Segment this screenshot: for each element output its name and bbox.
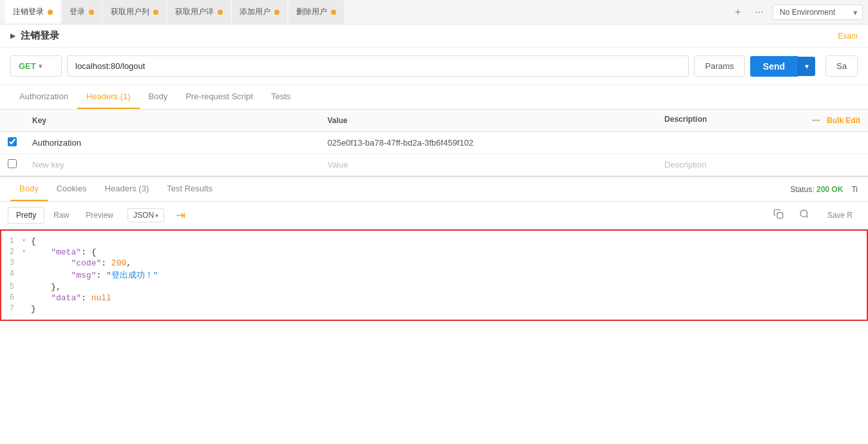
header-row-new-checkbox-cell	[0, 154, 24, 176]
tab-dot-2	[89, 10, 94, 15]
line-num-3: 3	[1, 258, 22, 267]
fold-arrow-7	[22, 304, 31, 311]
tab-prerequest[interactable]: Pre-request Script	[176, 85, 262, 109]
code-content-7: }	[31, 304, 867, 314]
tab-userlist-label: 获取用户列	[111, 6, 149, 17]
headers-table: Key Value Description ··· Bulk Edit	[0, 110, 868, 176]
code-content-2: "meta": {	[31, 247, 867, 257]
tab-logout-label: 注销登录	[13, 6, 44, 17]
fold-arrow-6	[22, 293, 31, 300]
header-row-1-checkbox[interactable]	[8, 137, 17, 146]
code-line-1: 1 ▾ {	[1, 236, 867, 247]
tab-logout[interactable]: 注销登录	[5, 0, 61, 24]
tab-bar: 注销登录 登录 获取用户列 获取用户详 添加用户 删除用户 + ···	[0, 0, 868, 24]
format-type-group: JSON ▾	[127, 208, 164, 222]
tab-userdetail[interactable]: 获取用户详	[167, 0, 231, 24]
header-row-1-value: 025e0f13-ba78-47ff-bd2a-3fb6f459f102	[319, 132, 656, 154]
tab-dot-3	[153, 10, 158, 15]
status-value: 200 OK	[816, 185, 843, 194]
fold-arrow-3	[22, 258, 31, 265]
tab-login[interactable]: 登录	[62, 0, 102, 24]
tab-headers[interactable]: Headers (1)	[77, 85, 140, 109]
fold-arrow-1[interactable]: ▾	[22, 236, 31, 244]
line-num-4: 4	[1, 269, 22, 278]
send-dropdown-button[interactable]: ▾	[798, 57, 815, 76]
method-label: GET	[19, 61, 36, 71]
header-row-1: Authorization 025e0f13-ba78-47ff-bd2a-3f…	[0, 132, 868, 154]
tab-deleteuser-label: 删除用户	[296, 6, 327, 17]
more-tabs-button[interactable]: ···	[750, 4, 769, 21]
code-content-3: "code": 200,	[31, 258, 867, 268]
example-link[interactable]: Exam	[838, 32, 858, 41]
header-row-new-value: Value	[319, 154, 656, 176]
header-row-1-checkbox-cell	[0, 132, 24, 154]
svg-point-1	[800, 210, 807, 217]
line-num-6: 6	[1, 293, 22, 302]
headers-more-icon[interactable]: ···	[812, 115, 820, 126]
send-button[interactable]: Send	[750, 56, 798, 77]
svg-line-2	[806, 216, 808, 218]
save-button[interactable]: Sa	[826, 55, 858, 77]
wrap-icon[interactable]: ⇥	[171, 206, 191, 225]
request-title-text: 注销登录	[21, 30, 59, 42]
format-bar: Pretty Raw Preview JSON ▾ ⇥ Save R	[0, 202, 868, 229]
code-content-4: "msg": "登出成功！"	[31, 269, 867, 281]
bulk-edit-link[interactable]: Bulk Edit	[827, 116, 860, 125]
request-title: 注销登录	[10, 30, 59, 42]
header-row-1-key: Authorization	[24, 132, 319, 154]
tab-dot	[48, 10, 53, 15]
header-row-new-checkbox[interactable]	[8, 159, 17, 168]
format-raw-button[interactable]: Raw	[46, 208, 77, 223]
url-bar: GET ▾ Params Send ▾ Sa	[0, 48, 868, 85]
copy-button[interactable]	[768, 206, 789, 224]
tab-adduser[interactable]: 添加用户	[232, 0, 287, 24]
method-chevron-icon: ▾	[39, 63, 42, 70]
format-preview-button[interactable]: Preview	[78, 208, 121, 223]
resp-tab-cookies[interactable]: Cookies	[48, 177, 96, 201]
response-body: 1 ▾ { 2 ▾ "meta": { 3 "code": 200, 4 "m	[0, 229, 868, 321]
code-line-6: 6 "data": null	[1, 293, 867, 304]
save-response-button[interactable]: Save R	[820, 208, 860, 223]
request-tabs: Authorization Headers (1) Body Pre-reque…	[0, 85, 868, 110]
code-content-5: },	[31, 282, 867, 292]
resp-tab-tests[interactable]: Test Results	[158, 177, 222, 201]
response-actions: Save R	[768, 206, 860, 224]
tab-adduser-label: 添加用户	[240, 6, 270, 17]
add-tab-button[interactable]: +	[730, 4, 746, 21]
env-select[interactable]: No Environment	[773, 5, 863, 20]
value-col-header: Value	[319, 110, 656, 132]
tab-userlist[interactable]: 获取用户列	[103, 0, 166, 24]
send-group: Send ▾	[750, 56, 815, 77]
code-content-1: {	[31, 236, 867, 246]
params-button[interactable]: Params	[694, 55, 745, 77]
resp-tab-body[interactable]: Body	[10, 177, 48, 201]
line-num-1: 1	[1, 236, 22, 246]
tab-deleteuser[interactable]: 删除用户	[288, 0, 344, 24]
fold-arrow-2[interactable]: ▾	[22, 247, 31, 255]
url-input[interactable]	[67, 55, 689, 77]
header-row-1-desc	[657, 132, 868, 154]
format-type-label: JSON	[133, 211, 154, 220]
tab-dot-5	[274, 10, 279, 15]
env-select-wrapper: No Environment	[773, 5, 863, 20]
tab-actions: + ··· No Environment	[730, 4, 863, 21]
tab-authorization[interactable]: Authorization	[10, 85, 77, 109]
line-num-7: 7	[1, 304, 22, 313]
format-pretty-button[interactable]: Pretty	[8, 207, 44, 224]
resp-tab-headers[interactable]: Headers (3)	[96, 177, 158, 201]
tab-dot-4	[218, 10, 223, 15]
key-col-header: Key	[24, 110, 319, 132]
tab-tests[interactable]: Tests	[262, 85, 299, 109]
line-num-2: 2	[1, 247, 22, 256]
search-button[interactable]	[794, 206, 815, 224]
code-line-4: 4 "msg": "登出成功！"	[1, 269, 867, 282]
request-title-bar: 注销登录 Exam	[0, 24, 868, 48]
response-tabs-bar: Body Cookies Headers (3) Test Results St…	[0, 176, 868, 202]
svg-rect-0	[777, 213, 783, 218]
tab-body[interactable]: Body	[140, 85, 177, 109]
format-type-chevron-icon[interactable]: ▾	[155, 212, 158, 219]
code-line-5: 5 },	[1, 282, 867, 293]
code-content-6: "data": null	[31, 293, 867, 303]
method-select[interactable]: GET ▾	[10, 55, 62, 77]
tab-login-label: 登录	[70, 6, 85, 17]
